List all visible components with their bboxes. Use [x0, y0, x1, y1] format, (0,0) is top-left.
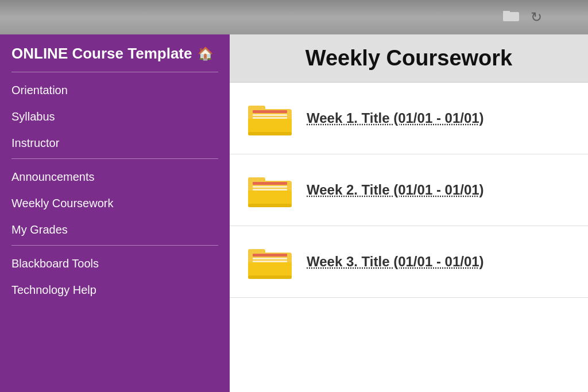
svg-rect-1 — [503, 11, 510, 13]
main-layout: ONLINE Course Template 🏠 Orientation Syl… — [0, 34, 588, 392]
svg-rect-6 — [253, 117, 287, 119]
folder-icon-week1 — [247, 99, 293, 138]
sidebar-item-technology-help[interactable]: Technology Help — [0, 277, 230, 303]
sidebar-title: ONLINE Course Template — [11, 45, 192, 63]
svg-rect-0 — [503, 12, 519, 21]
sidebar-item-blackboard-tools[interactable]: Blackboard Tools — [0, 250, 230, 277]
content-body: Week 1. Title (01/01 - 01/01) — [230, 83, 588, 392]
week-3-item: Week 3. Title (01/01 - 01/01) — [230, 226, 588, 298]
sidebar-item-orientation[interactable]: Orientation — [0, 77, 230, 103]
folder-icon-week3 — [247, 242, 293, 281]
svg-rect-21 — [253, 258, 287, 259]
sidebar-item-instructor[interactable]: Instructor — [0, 130, 230, 156]
svg-rect-25 — [248, 275, 292, 279]
week-2-link[interactable]: Week 2. Title (01/01 - 01/01) — [307, 182, 484, 198]
svg-rect-9 — [248, 132, 292, 135]
svg-rect-22 — [253, 261, 287, 262]
svg-rect-12 — [253, 182, 287, 185]
svg-rect-4 — [253, 110, 287, 113]
content-area: Weekly Coursework — [230, 34, 588, 392]
sidebar-divider-mid1 — [11, 158, 218, 159]
refresh-icon[interactable]: ↻ — [531, 9, 542, 25]
home-icon[interactable]: 🏠 — [198, 46, 213, 61]
content-header: Weekly Coursework — [230, 34, 588, 83]
sidebar-item-my-grades[interactable]: My Grades — [0, 216, 230, 243]
svg-rect-14 — [253, 189, 287, 191]
sidebar: ONLINE Course Template 🏠 Orientation Syl… — [0, 34, 230, 392]
folder-icon[interactable] — [503, 9, 519, 26]
sidebar-item-weekly-coursework[interactable]: Weekly Coursework — [0, 190, 230, 216]
page-title: Weekly Coursework — [247, 46, 571, 71]
top-bar-icons: ↻ — [503, 9, 542, 26]
sidebar-divider-mid2 — [11, 245, 218, 246]
week-1-link[interactable]: Week 1. Title (01/01 - 01/01) — [307, 110, 484, 126]
svg-rect-20 — [253, 254, 287, 257]
week-2-item: Week 2. Title (01/01 - 01/01) — [230, 154, 588, 226]
week-1-item: Week 1. Title (01/01 - 01/01) — [230, 83, 588, 154]
sidebar-item-syllabus[interactable]: Syllabus — [0, 103, 230, 130]
sidebar-item-announcements[interactable]: Announcements — [0, 164, 230, 190]
top-bar: ↻ — [0, 0, 588, 34]
folder-icon-week2 — [247, 170, 293, 209]
svg-rect-5 — [253, 114, 287, 116]
sidebar-divider-top — [11, 72, 218, 72]
svg-rect-13 — [253, 186, 287, 188]
sidebar-header: ONLINE Course Template 🏠 — [0, 34, 230, 69]
week-3-link[interactable]: Week 3. Title (01/01 - 01/01) — [307, 254, 484, 270]
svg-rect-17 — [248, 204, 292, 207]
